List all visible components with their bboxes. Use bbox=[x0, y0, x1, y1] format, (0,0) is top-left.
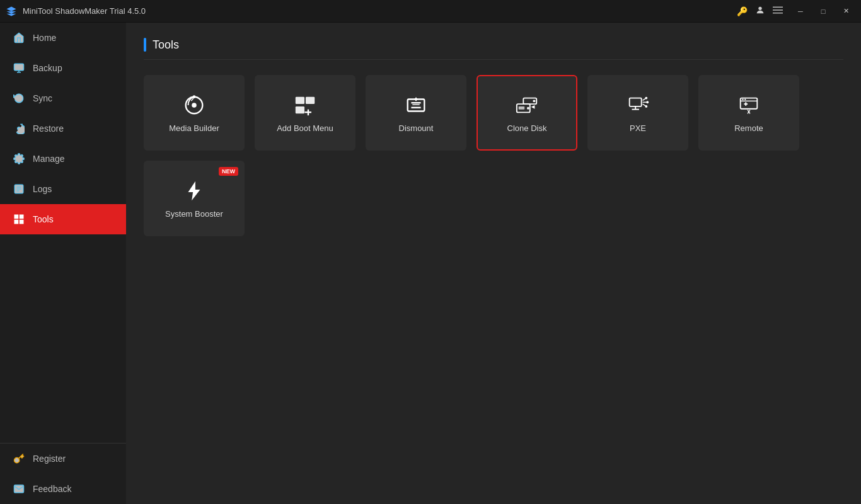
tool-card-dismount[interactable]: Dismount bbox=[366, 75, 466, 151]
svg-rect-20 bbox=[296, 96, 304, 103]
svg-point-35 bbox=[533, 100, 536, 102]
dismount-label: Dismount bbox=[399, 123, 434, 133]
app-title: MiniTool ShadowMaker Trial 4.5.0 bbox=[23, 6, 737, 16]
tools-icon bbox=[13, 213, 25, 226]
media-builder-icon bbox=[182, 93, 206, 117]
sync-icon bbox=[13, 92, 25, 105]
close-button[interactable]: ✕ bbox=[836, 3, 856, 20]
svg-rect-1 bbox=[773, 7, 783, 8]
key-icon[interactable]: 🔑 bbox=[737, 6, 748, 16]
sidebar-item-home[interactable]: Home bbox=[0, 23, 126, 53]
sidebar-item-home-label: Home bbox=[33, 33, 56, 43]
tool-card-system-booster[interactable]: NEW System Booster bbox=[144, 161, 245, 236]
window-controls: ─ □ ✕ bbox=[790, 3, 856, 20]
sidebar-item-sync-label: Sync bbox=[33, 93, 52, 103]
svg-rect-16 bbox=[20, 220, 23, 224]
sidebar: Home Backup Sync Restore Manage bbox=[0, 23, 126, 504]
sidebar-item-backup[interactable]: Backup bbox=[0, 53, 126, 83]
add-boot-menu-icon bbox=[293, 93, 317, 117]
tool-card-pxe[interactable]: PXE bbox=[587, 75, 688, 151]
app-logo bbox=[5, 5, 18, 18]
maximize-button[interactable]: □ bbox=[813, 3, 833, 20]
add-boot-menu-label: Add Boot Menu bbox=[277, 123, 333, 133]
titlebar-utility-icons: 🔑 bbox=[737, 5, 783, 17]
system-booster-label: System Booster bbox=[165, 209, 223, 219]
svg-rect-32 bbox=[519, 106, 525, 109]
svg-rect-21 bbox=[306, 96, 315, 103]
remote-icon bbox=[737, 93, 761, 117]
menu-icon[interactable] bbox=[773, 5, 783, 17]
sidebar-item-logs-label: Logs bbox=[33, 184, 52, 194]
sidebar-item-restore[interactable]: Restore bbox=[0, 113, 126, 144]
sidebar-item-register-label: Register bbox=[33, 454, 66, 464]
svg-rect-15 bbox=[14, 220, 18, 224]
person-icon[interactable] bbox=[755, 5, 765, 17]
svg-rect-3 bbox=[773, 13, 783, 13]
clone-disk-icon bbox=[515, 93, 539, 117]
backup-icon bbox=[13, 62, 25, 74]
dismount-icon bbox=[404, 93, 428, 117]
media-builder-label: Media Builder bbox=[169, 123, 219, 133]
sidebar-item-manage[interactable]: Manage bbox=[0, 144, 126, 174]
svg-point-44 bbox=[645, 105, 647, 108]
tool-card-media-builder[interactable]: Media Builder bbox=[144, 75, 245, 151]
sidebar-item-logs[interactable]: Logs bbox=[0, 174, 126, 204]
system-booster-icon bbox=[182, 179, 206, 203]
sidebar-item-sync[interactable]: Sync bbox=[0, 83, 126, 113]
manage-icon bbox=[13, 152, 25, 165]
svg-point-43 bbox=[646, 101, 649, 103]
svg-point-19 bbox=[193, 95, 196, 98]
svg-rect-13 bbox=[14, 215, 18, 218]
sidebar-item-register[interactable]: Register bbox=[0, 444, 126, 474]
pxe-label: PXE bbox=[630, 123, 646, 133]
home-icon bbox=[13, 32, 25, 44]
svg-rect-14 bbox=[20, 215, 23, 218]
page-title: Tools bbox=[153, 38, 179, 52]
clone-disk-label: Clone Disk bbox=[507, 123, 547, 133]
tool-card-add-boot-menu[interactable]: Add Boot Menu bbox=[255, 75, 355, 151]
sidebar-item-tools-label: Tools bbox=[33, 214, 54, 224]
register-icon bbox=[13, 452, 25, 465]
sidebar-item-tools[interactable]: Tools bbox=[0, 204, 126, 234]
minimize-button[interactable]: ─ bbox=[790, 3, 811, 20]
sidebar-bottom: Register Feedback bbox=[0, 443, 126, 504]
svg-rect-4 bbox=[14, 64, 24, 71]
pxe-icon bbox=[626, 93, 650, 117]
svg-point-33 bbox=[527, 106, 529, 109]
remote-label: Remote bbox=[734, 123, 763, 133]
svg-point-42 bbox=[645, 96, 647, 99]
titlebar: MiniTool ShadowMaker Trial 4.5.0 🔑 ─ □ ✕ bbox=[0, 0, 861, 23]
sidebar-item-restore-label: Restore bbox=[33, 123, 64, 134]
main-layout: Home Backup Sync Restore Manage bbox=[0, 23, 861, 504]
sidebar-item-manage-label: Manage bbox=[33, 154, 65, 164]
svg-rect-36 bbox=[630, 98, 642, 106]
sidebar-item-backup-label: Backup bbox=[33, 63, 62, 73]
tools-grid: Media Builder Add Boot Menu bbox=[144, 75, 843, 236]
svg-rect-2 bbox=[773, 9, 783, 10]
page-title-container: Tools bbox=[144, 38, 843, 60]
new-badge: NEW bbox=[219, 167, 238, 176]
sidebar-item-feedback[interactable]: Feedback bbox=[0, 474, 126, 504]
tool-card-remote[interactable]: Remote bbox=[698, 75, 799, 151]
page-title-accent bbox=[144, 38, 146, 52]
tool-card-clone-disk[interactable]: Clone Disk bbox=[477, 75, 577, 151]
feedback-icon bbox=[13, 483, 25, 495]
sidebar-item-feedback-label: Feedback bbox=[33, 484, 71, 494]
svg-point-0 bbox=[758, 7, 761, 10]
svg-point-48 bbox=[744, 98, 746, 100]
svg-rect-25 bbox=[408, 99, 425, 111]
svg-point-47 bbox=[742, 98, 743, 100]
logs-icon bbox=[13, 183, 25, 195]
svg-rect-22 bbox=[296, 106, 304, 113]
svg-rect-24 bbox=[305, 111, 311, 112]
restore-icon bbox=[13, 122, 25, 135]
svg-point-18 bbox=[192, 103, 197, 108]
content-area: Tools Media Builder bbox=[126, 23, 861, 504]
